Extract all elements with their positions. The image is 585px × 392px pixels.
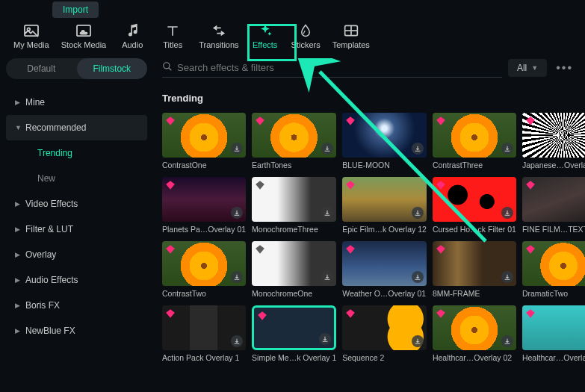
subtab-default[interactable]: Default: [6, 58, 77, 79]
effect-thumbnail[interactable]: [522, 113, 585, 158]
effect-card[interactable]: ContrastTwo: [162, 241, 246, 299]
premium-diamond-icon: [345, 244, 356, 255]
nav-tab-transitions[interactable]: Transitions: [193, 24, 244, 49]
search-box[interactable]: [162, 58, 502, 78]
nav-tab-templates[interactable]: Templates: [326, 24, 376, 49]
effect-thumbnail[interactable]: [433, 305, 516, 350]
premium-diamond-icon: [257, 311, 267, 321]
effect-thumbnail[interactable]: [522, 177, 585, 222]
effect-card[interactable]: 8MM-FRAME: [433, 241, 516, 299]
download-button[interactable]: [231, 207, 243, 219]
effect-thumbnail[interactable]: [162, 305, 246, 350]
grid-icon: [343, 24, 359, 37]
effect-card[interactable]: MonochromeThree: [252, 177, 336, 235]
effect-thumbnail[interactable]: [522, 241, 585, 286]
effect-card[interactable]: Healthcar…Overlay 02: [433, 305, 516, 364]
effect-card[interactable]: Healthcar…Overlay 04: [522, 305, 585, 364]
effect-thumbnail[interactable]: [162, 113, 246, 158]
effect-card[interactable]: ContrastThree: [433, 113, 516, 171]
effect-card[interactable]: DramaticTwo: [522, 241, 585, 299]
effect-card[interactable]: Epic Film…k Overlay 12: [342, 177, 427, 235]
download-button[interactable]: [501, 207, 513, 219]
effects-grid: ContrastOneEarthTonesBLUE-MOONContrastTh…: [162, 113, 576, 364]
download-button[interactable]: [412, 271, 424, 283]
download-button[interactable]: [319, 333, 331, 345]
sidebar-item-recommended[interactable]: ▼Recommended: [6, 115, 147, 140]
effect-thumbnail[interactable]: [522, 305, 585, 350]
effect-card[interactable]: EarthTones: [252, 113, 336, 171]
sidebar-item-filter-lut[interactable]: ▶Filter & LUT: [6, 217, 147, 242]
nav-tab-stickers[interactable]: Stickers: [285, 24, 326, 49]
effect-card[interactable]: FINE FILM…TEXTURE: [522, 177, 585, 235]
download-button[interactable]: [412, 207, 424, 219]
sidebar-item-overlay[interactable]: ▶Overlay: [6, 242, 147, 267]
effect-thumbnail[interactable]: [162, 177, 246, 222]
effect-card[interactable]: Planets Pa…Overlay 01: [162, 177, 246, 235]
effect-label: ContrastTwo: [162, 289, 246, 299]
effect-label: Healthcar…Overlay 04: [522, 353, 585, 364]
music-icon: [124, 24, 140, 37]
download-button[interactable]: [321, 207, 333, 219]
chevron-right-icon: ▶: [15, 225, 22, 233]
filter-dropdown[interactable]: All ▼: [508, 59, 547, 77]
download-button[interactable]: [321, 143, 333, 155]
effect-thumbnail[interactable]: [433, 241, 516, 286]
sidebar-item-label: Audio Effects: [25, 275, 78, 285]
nav-tab-stock-media[interactable]: Stock Media: [55, 24, 113, 49]
effect-thumbnail[interactable]: [162, 241, 246, 286]
nav-tab-titles[interactable]: Titles: [152, 24, 193, 49]
sidebar-item-boris-fx[interactable]: ▶Boris FX: [6, 293, 147, 318]
premium-diamond-icon: [436, 244, 446, 255]
effect-thumbnail[interactable]: [252, 241, 336, 286]
chevron-right-icon: ▶: [15, 276, 22, 284]
sidebar-item-audio-effects[interactable]: ▶Audio Effects: [6, 267, 147, 293]
effect-label: Planets Pa…Overlay 01: [162, 225, 246, 235]
effect-label: MonochromeOne: [252, 289, 336, 299]
effect-thumbnail[interactable]: [342, 177, 427, 222]
sidebar-item-mine[interactable]: ▶Mine: [6, 90, 147, 115]
effect-thumbnail[interactable]: [252, 177, 336, 222]
download-button[interactable]: [321, 271, 333, 283]
sidebar-subitem-new[interactable]: New: [6, 166, 147, 191]
effect-card[interactable]: Action Pack Overlay 1: [162, 305, 246, 364]
nav-tab-audio[interactable]: Audio: [112, 24, 152, 49]
download-button[interactable]: [231, 335, 243, 347]
effect-card[interactable]: Weather O…Overlay 01: [342, 241, 427, 299]
effect-thumbnail[interactable]: [342, 305, 427, 350]
sidebar-item-label: Filter & LUT: [25, 224, 73, 234]
download-button[interactable]: [501, 143, 513, 155]
effect-thumbnail[interactable]: [252, 305, 336, 350]
effect-thumbnail[interactable]: [342, 113, 427, 158]
effect-thumbnail[interactable]: [342, 241, 427, 286]
sidebar-item-video-effects[interactable]: ▶Video Effects: [6, 191, 147, 217]
nav-tab-effects[interactable]: Effects: [245, 24, 285, 49]
effect-card[interactable]: BLUE-MOON: [342, 113, 427, 171]
effect-card[interactable]: Japanese…Overlay 02: [522, 113, 585, 171]
search-input[interactable]: [177, 62, 502, 73]
more-menu-button[interactable]: •••: [553, 61, 576, 75]
sidebar-item-newblue-fx[interactable]: ▶NewBlue FX: [6, 318, 147, 343]
download-button[interactable]: [501, 335, 513, 347]
download-button[interactable]: [412, 143, 424, 155]
subtabs: Default Filmstock: [6, 58, 147, 79]
effect-card[interactable]: Simple Me…k Overlay 1: [252, 305, 336, 364]
nav-tab-my-media[interactable]: My Media: [7, 24, 55, 49]
nav-tab-label: Stock Media: [61, 40, 107, 49]
effect-card[interactable]: Sequence 2: [342, 305, 427, 364]
sidebar-item-label: Recommended: [25, 122, 86, 133]
effect-thumbnail[interactable]: [433, 113, 516, 158]
import-button[interactable]: Import: [52, 1, 99, 18]
download-button[interactable]: [231, 143, 243, 155]
download-button[interactable]: [501, 271, 513, 283]
effect-card[interactable]: Cursed Ho…ck Filter 01: [433, 177, 516, 235]
subtab-filmstock[interactable]: Filmstock: [77, 58, 148, 79]
premium-diamond-icon: [165, 308, 176, 319]
effect-thumbnail[interactable]: [252, 113, 336, 158]
effect-label: BLUE-MOON: [342, 161, 427, 171]
sidebar-subitem-trending[interactable]: Trending: [6, 140, 147, 166]
effect-card[interactable]: ContrastOne: [162, 113, 246, 171]
download-button[interactable]: [231, 271, 243, 283]
effect-card[interactable]: MonochromeOne: [252, 241, 336, 299]
download-button[interactable]: [412, 335, 424, 347]
effect-thumbnail[interactable]: [433, 177, 516, 222]
